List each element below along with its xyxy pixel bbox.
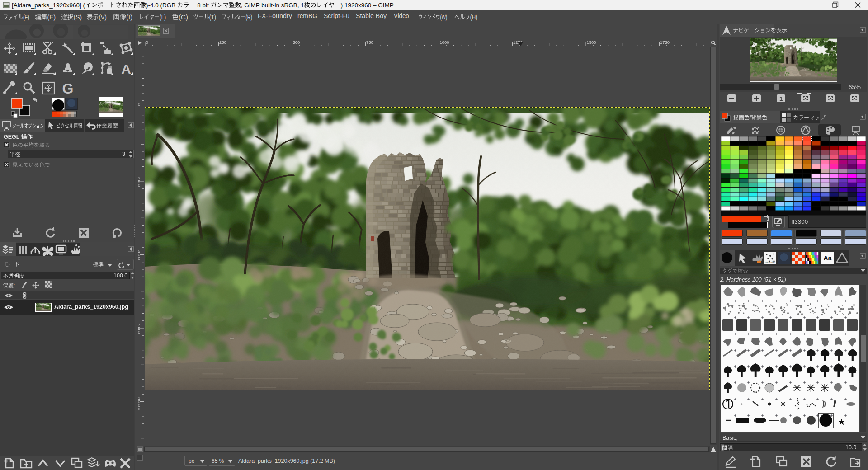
- svg-text:750: 750: [366, 40, 373, 45]
- svg-text:Aa: Aa: [824, 254, 832, 262]
- svg-text:0: 0: [138, 406, 140, 411]
- svg-text:0: 0: [138, 329, 140, 334]
- svg-text:0: 0: [138, 256, 140, 261]
- svg-text:1000: 1000: [440, 40, 449, 45]
- svg-text:G: G: [62, 81, 74, 95]
- svg-text:0: 0: [146, 40, 148, 45]
- svg-text:A: A: [121, 61, 131, 76]
- svg-text:0: 0: [138, 102, 140, 107]
- svg-text:1750: 1750: [660, 40, 670, 45]
- svg-text:particules: particules: [765, 261, 775, 263]
- svg-text:0: 0: [138, 183, 140, 188]
- svg-text:CM: CM: [754, 128, 759, 132]
- svg-text:1: 1: [779, 95, 782, 102]
- svg-text:250: 250: [219, 40, 226, 45]
- svg-text:1500: 1500: [587, 40, 596, 45]
- svg-text:500: 500: [293, 40, 300, 45]
